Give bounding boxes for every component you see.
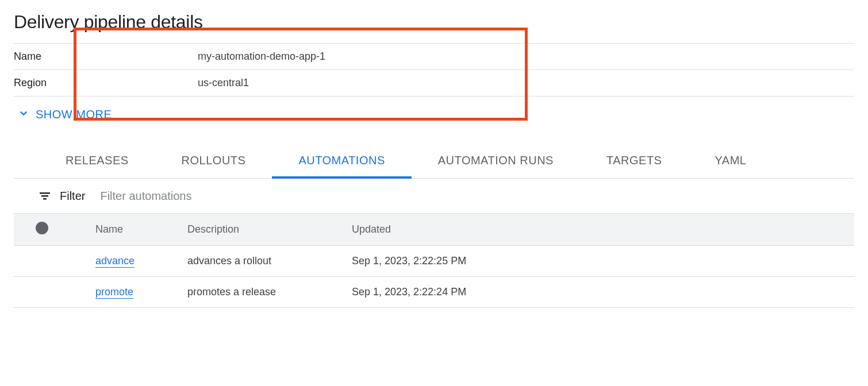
filter-label: Filter <box>60 190 85 203</box>
tab-automations[interactable]: AUTOMATIONS <box>272 145 411 179</box>
table-header-description: Description <box>180 214 345 246</box>
svg-rect-1 <box>41 195 48 197</box>
detail-row-name: Name my-automation-demo-app-1 <box>14 43 854 70</box>
show-more-button[interactable]: SHOW MORE <box>14 96 112 136</box>
tabs-container: RELEASES ROLLOUTS AUTOMATIONS AUTOMATION… <box>14 144 854 179</box>
table-header-updated: Updated <box>345 214 854 246</box>
table-header-name: Name <box>89 214 180 246</box>
table-cell-description: advances a rollout <box>180 246 345 277</box>
page-title: Delivery pipeline details <box>14 0 854 43</box>
svg-rect-0 <box>40 192 50 194</box>
table-cell-updated: Sep 1, 2023, 2:22:25 PM <box>345 246 854 277</box>
tab-releases[interactable]: RELEASES <box>39 145 155 179</box>
detail-row-region: Region us-central1 <box>14 70 854 96</box>
detail-label-name: Name <box>14 51 198 63</box>
detail-label-region: Region <box>14 77 198 89</box>
table-row: advance advances a rollout Sep 1, 2023, … <box>14 246 854 277</box>
table-header-status <box>14 214 89 246</box>
tab-targets[interactable]: TARGETS <box>580 145 688 179</box>
detail-value-region: us-central1 <box>198 77 249 89</box>
status-dot-icon <box>36 222 48 234</box>
table-row: promote promotes a release Sep 1, 2023, … <box>14 277 854 308</box>
automation-link-promote[interactable]: promote <box>95 286 133 299</box>
automations-table: Name Description Updated advance advance… <box>14 213 854 308</box>
filter-input[interactable] <box>100 190 847 203</box>
show-more-label: SHOW MORE <box>36 108 112 121</box>
table-cell-description: promotes a release <box>180 277 345 308</box>
tab-rollouts[interactable]: ROLLOUTS <box>155 145 272 179</box>
automation-link-advance[interactable]: advance <box>95 255 135 268</box>
tab-yaml[interactable]: YAML <box>688 145 773 179</box>
detail-value-name: my-automation-demo-app-1 <box>198 51 325 63</box>
table-cell-updated: Sep 1, 2023, 2:22:24 PM <box>345 277 854 308</box>
filter-bar: Filter <box>14 179 854 213</box>
tab-automation-runs[interactable]: AUTOMATION RUNS <box>412 145 580 179</box>
filter-icon <box>38 189 52 203</box>
chevron-down-icon <box>17 107 30 122</box>
svg-rect-2 <box>43 198 47 200</box>
